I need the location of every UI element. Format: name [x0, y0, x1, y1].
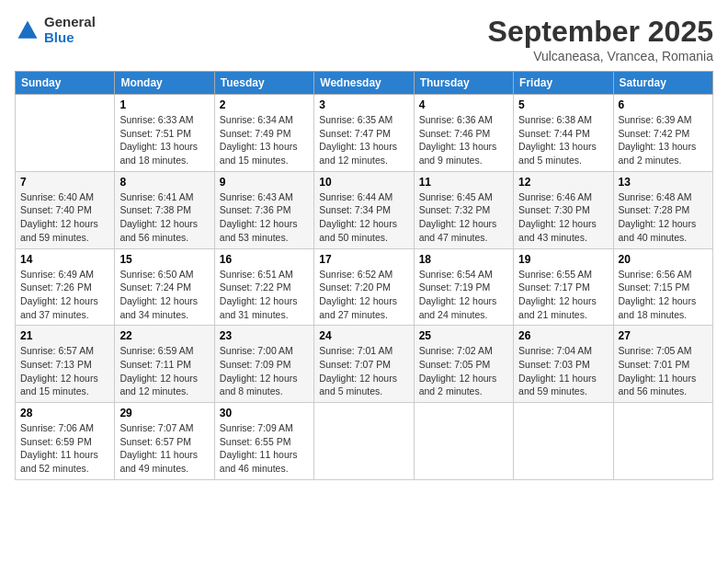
- day-number: 13: [619, 176, 708, 189]
- calendar-week-4: 21Sunrise: 6:57 AMSunset: 7:13 PMDayligh…: [16, 326, 713, 403]
- day-info: Sunrise: 6:36 AMSunset: 7:46 PMDaylight:…: [419, 113, 508, 167]
- day-info: Sunrise: 6:33 AMSunset: 7:51 PMDaylight:…: [119, 113, 209, 167]
- month-title: September 2025: [488, 15, 713, 49]
- calendar-cell: 7Sunrise: 6:40 AMSunset: 7:40 PMDaylight…: [16, 171, 115, 248]
- day-number: 17: [319, 253, 408, 266]
- day-info: Sunrise: 6:43 AMSunset: 7:36 PMDaylight:…: [220, 190, 309, 245]
- day-number: 5: [518, 98, 608, 111]
- calendar-cell: 23Sunrise: 7:00 AMSunset: 7:09 PMDayligh…: [214, 326, 313, 403]
- calendar-table: SundayMondayTuesdayWednesdayThursdayFrid…: [15, 71, 713, 480]
- calendar-cell: 26Sunrise: 7:04 AMSunset: 7:03 PMDayligh…: [514, 326, 613, 403]
- day-number: 22: [119, 329, 209, 342]
- day-number: 30: [220, 407, 309, 419]
- calendar-cell: [314, 403, 414, 480]
- day-info: Sunrise: 6:54 AMSunset: 7:19 PMDaylight:…: [419, 268, 508, 322]
- location: Vulcaneasa, Vrancea, Romania: [488, 49, 713, 63]
- calendar-cell: 19Sunrise: 6:55 AMSunset: 7:17 PMDayligh…: [514, 248, 613, 326]
- calendar-cell: [613, 403, 712, 480]
- calendar-cell: 13Sunrise: 6:48 AMSunset: 7:28 PMDayligh…: [613, 171, 712, 248]
- day-number: 1: [119, 98, 209, 111]
- day-number: 21: [20, 329, 109, 342]
- calendar-cell: 20Sunrise: 6:56 AMSunset: 7:15 PMDayligh…: [613, 248, 712, 326]
- calendar-cell: 12Sunrise: 6:46 AMSunset: 7:30 PMDayligh…: [514, 171, 613, 248]
- calendar-cell: 24Sunrise: 7:01 AMSunset: 7:07 PMDayligh…: [314, 326, 414, 403]
- calendar-cell: 29Sunrise: 7:07 AMSunset: 6:57 PMDayligh…: [115, 403, 214, 480]
- day-info: Sunrise: 7:02 AMSunset: 7:05 PMDaylight:…: [419, 344, 508, 398]
- calendar-cell: 2Sunrise: 6:34 AMSunset: 7:49 PMDaylight…: [214, 95, 313, 172]
- day-info: Sunrise: 6:49 AMSunset: 7:26 PMDaylight:…: [20, 268, 109, 322]
- column-header-saturday: Saturday: [613, 72, 712, 95]
- calendar-cell: 21Sunrise: 6:57 AMSunset: 7:13 PMDayligh…: [16, 326, 115, 403]
- day-info: Sunrise: 6:38 AMSunset: 7:44 PMDaylight:…: [518, 113, 608, 167]
- day-info: Sunrise: 7:07 AMSunset: 6:57 PMDaylight:…: [119, 421, 209, 476]
- day-info: Sunrise: 7:05 AMSunset: 7:01 PMDaylight:…: [619, 344, 708, 398]
- day-info: Sunrise: 6:40 AMSunset: 7:40 PMDaylight:…: [20, 190, 109, 245]
- calendar-week-5: 28Sunrise: 7:06 AMSunset: 6:59 PMDayligh…: [16, 403, 713, 480]
- day-number: 11: [419, 176, 508, 189]
- logo-text: General Blue: [44, 15, 96, 45]
- day-number: 6: [619, 98, 708, 111]
- day-number: 24: [319, 329, 408, 342]
- logo-blue: Blue: [44, 30, 96, 46]
- calendar-cell: 27Sunrise: 7:05 AMSunset: 7:01 PMDayligh…: [613, 326, 712, 403]
- page-header: General Blue September 2025 Vulcaneasa, …: [15, 15, 713, 63]
- column-header-thursday: Thursday: [414, 72, 513, 95]
- day-number: 14: [20, 253, 109, 266]
- column-header-tuesday: Tuesday: [214, 72, 313, 95]
- day-number: 3: [319, 98, 408, 111]
- day-info: Sunrise: 6:45 AMSunset: 7:32 PMDaylight:…: [419, 190, 508, 245]
- day-info: Sunrise: 6:44 AMSunset: 7:34 PMDaylight:…: [319, 190, 408, 245]
- calendar-cell: [514, 403, 613, 480]
- logo: General Blue: [15, 15, 96, 45]
- day-info: Sunrise: 6:41 AMSunset: 7:38 PMDaylight:…: [119, 190, 209, 245]
- day-info: Sunrise: 6:39 AMSunset: 7:42 PMDaylight:…: [619, 113, 708, 167]
- day-number: 15: [119, 253, 209, 266]
- calendar-cell: 22Sunrise: 6:59 AMSunset: 7:11 PMDayligh…: [115, 326, 214, 403]
- title-block: September 2025 Vulcaneasa, Vrancea, Roma…: [488, 15, 713, 63]
- calendar-cell: 1Sunrise: 6:33 AMSunset: 7:51 PMDaylight…: [115, 95, 214, 172]
- day-info: Sunrise: 7:01 AMSunset: 7:07 PMDaylight:…: [319, 344, 408, 398]
- day-number: 25: [419, 329, 508, 342]
- calendar-cell: 10Sunrise: 6:44 AMSunset: 7:34 PMDayligh…: [314, 171, 414, 248]
- day-info: Sunrise: 7:04 AMSunset: 7:03 PMDaylight:…: [518, 344, 608, 398]
- day-number: 28: [20, 407, 109, 419]
- day-number: 7: [20, 176, 109, 189]
- calendar-cell: 25Sunrise: 7:02 AMSunset: 7:05 PMDayligh…: [414, 326, 513, 403]
- logo-general: General: [44, 15, 96, 30]
- logo-icon: [15, 17, 40, 43]
- calendar-cell: 4Sunrise: 6:36 AMSunset: 7:46 PMDaylight…: [414, 95, 513, 172]
- day-info: Sunrise: 6:55 AMSunset: 7:17 PMDaylight:…: [518, 268, 608, 322]
- column-header-monday: Monday: [115, 72, 214, 95]
- column-header-wednesday: Wednesday: [314, 72, 414, 95]
- day-number: 9: [220, 176, 309, 189]
- day-number: 27: [619, 329, 708, 342]
- calendar-cell: 8Sunrise: 6:41 AMSunset: 7:38 PMDaylight…: [115, 171, 214, 248]
- day-number: 2: [220, 98, 309, 111]
- day-info: Sunrise: 6:59 AMSunset: 7:11 PMDaylight:…: [119, 344, 209, 398]
- day-info: Sunrise: 6:57 AMSunset: 7:13 PMDaylight:…: [20, 344, 109, 398]
- day-number: 19: [518, 253, 608, 266]
- calendar-cell: 11Sunrise: 6:45 AMSunset: 7:32 PMDayligh…: [414, 171, 513, 248]
- calendar-cell: 30Sunrise: 7:09 AMSunset: 6:55 PMDayligh…: [214, 403, 313, 480]
- day-number: 16: [220, 253, 309, 266]
- day-info: Sunrise: 7:06 AMSunset: 6:59 PMDaylight:…: [20, 421, 109, 476]
- calendar-week-3: 14Sunrise: 6:49 AMSunset: 7:26 PMDayligh…: [16, 248, 713, 326]
- day-info: Sunrise: 6:50 AMSunset: 7:24 PMDaylight:…: [119, 268, 209, 322]
- calendar-cell: 6Sunrise: 6:39 AMSunset: 7:42 PMDaylight…: [613, 95, 712, 172]
- calendar-cell: 15Sunrise: 6:50 AMSunset: 7:24 PMDayligh…: [115, 248, 214, 326]
- day-number: 18: [419, 253, 508, 266]
- day-info: Sunrise: 6:48 AMSunset: 7:28 PMDaylight:…: [619, 190, 708, 245]
- day-info: Sunrise: 6:46 AMSunset: 7:30 PMDaylight:…: [518, 190, 608, 245]
- day-number: 8: [119, 176, 209, 189]
- day-info: Sunrise: 6:56 AMSunset: 7:15 PMDaylight:…: [619, 268, 708, 322]
- column-header-sunday: Sunday: [16, 72, 115, 95]
- day-info: Sunrise: 6:52 AMSunset: 7:20 PMDaylight:…: [319, 268, 408, 322]
- day-number: 4: [419, 98, 508, 111]
- calendar-cell: 3Sunrise: 6:35 AMSunset: 7:47 PMDaylight…: [314, 95, 414, 172]
- calendar-cell: 18Sunrise: 6:54 AMSunset: 7:19 PMDayligh…: [414, 248, 513, 326]
- day-info: Sunrise: 6:35 AMSunset: 7:47 PMDaylight:…: [319, 113, 408, 167]
- calendar-cell: 28Sunrise: 7:06 AMSunset: 6:59 PMDayligh…: [16, 403, 115, 480]
- calendar-week-1: 1Sunrise: 6:33 AMSunset: 7:51 PMDaylight…: [16, 95, 713, 172]
- calendar-cell: 16Sunrise: 6:51 AMSunset: 7:22 PMDayligh…: [214, 248, 313, 326]
- day-number: 23: [220, 329, 309, 342]
